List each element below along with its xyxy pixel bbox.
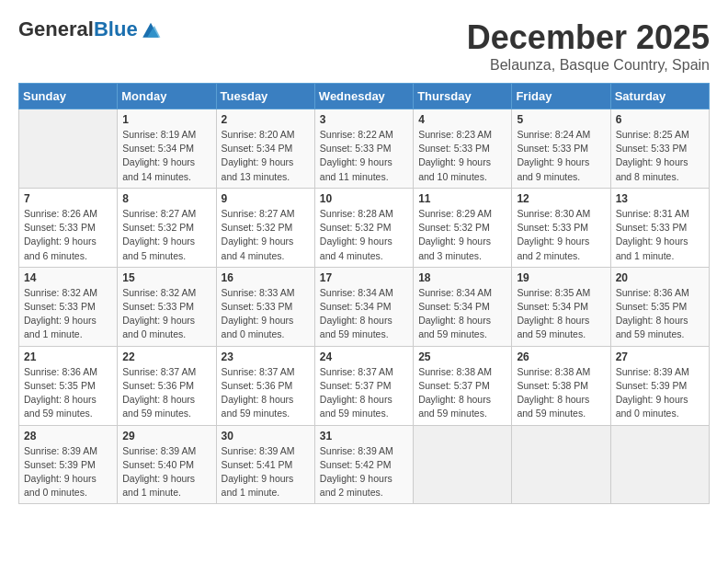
day-number: 14: [24, 271, 112, 284]
calendar-cell: 23Sunrise: 8:37 AMSunset: 5:36 PMDayligh…: [216, 346, 314, 425]
page-header: GeneralBlue December 2025 Belaunza, Basq…: [18, 18, 710, 74]
calendar-cell: 6Sunrise: 8:25 AMSunset: 5:33 PMDaylight…: [610, 109, 709, 189]
calendar-cell: 21Sunrise: 8:36 AMSunset: 5:35 PMDayligh…: [19, 346, 118, 425]
sun-info: Sunrise: 8:37 AMSunset: 5:36 PMDaylight:…: [222, 365, 310, 421]
sun-info: Sunrise: 8:39 AMSunset: 5:41 PMDaylight:…: [222, 444, 310, 500]
calendar-cell: 18Sunrise: 8:34 AMSunset: 5:34 PMDayligh…: [414, 267, 512, 346]
day-number: 5: [517, 113, 605, 126]
calendar-cell: 10Sunrise: 8:28 AMSunset: 5:32 PMDayligh…: [314, 188, 413, 267]
calendar-cell: 12Sunrise: 8:30 AMSunset: 5:33 PMDayligh…: [512, 188, 610, 267]
day-number: 4: [418, 113, 506, 126]
header-sunday: Sunday: [19, 84, 118, 109]
header-tuesday: Tuesday: [216, 84, 314, 109]
sun-info: Sunrise: 8:35 AMSunset: 5:34 PMDaylight:…: [517, 286, 605, 342]
calendar-cell: [610, 425, 709, 504]
calendar-cell: 3Sunrise: 8:22 AMSunset: 5:33 PMDaylight…: [314, 109, 413, 189]
calendar-cell: 7Sunrise: 8:26 AMSunset: 5:33 PMDaylight…: [19, 188, 118, 267]
sun-info: Sunrise: 8:33 AMSunset: 5:33 PMDaylight:…: [222, 286, 310, 342]
calendar-cell: [512, 425, 610, 504]
calendar-week-row: 28Sunrise: 8:39 AMSunset: 5:39 PMDayligh…: [19, 425, 710, 504]
sun-info: Sunrise: 8:34 AMSunset: 5:34 PMDaylight:…: [320, 286, 408, 342]
day-number: 25: [418, 350, 506, 363]
day-number: 16: [222, 271, 310, 284]
calendar-cell: 24Sunrise: 8:37 AMSunset: 5:37 PMDayligh…: [314, 346, 413, 425]
day-number: 2: [222, 113, 310, 126]
calendar-cell: 2Sunrise: 8:20 AMSunset: 5:34 PMDaylight…: [216, 109, 314, 189]
calendar-cell: 28Sunrise: 8:39 AMSunset: 5:39 PMDayligh…: [19, 425, 118, 504]
logo-blue-text: Blue: [94, 17, 138, 40]
sun-info: Sunrise: 8:39 AMSunset: 5:39 PMDaylight:…: [616, 365, 704, 421]
sun-info: Sunrise: 8:39 AMSunset: 5:39 PMDaylight:…: [24, 444, 112, 500]
day-number: 21: [24, 350, 112, 363]
calendar-cell: 19Sunrise: 8:35 AMSunset: 5:34 PMDayligh…: [512, 267, 610, 346]
sun-info: Sunrise: 8:38 AMSunset: 5:37 PMDaylight:…: [418, 365, 506, 421]
sun-info: Sunrise: 8:27 AMSunset: 5:32 PMDaylight:…: [122, 207, 210, 263]
calendar-cell: 26Sunrise: 8:38 AMSunset: 5:38 PMDayligh…: [512, 346, 610, 425]
header-monday: Monday: [118, 84, 216, 109]
day-number: 10: [320, 192, 408, 205]
calendar-table: SundayMondayTuesdayWednesdayThursdayFrid…: [18, 83, 710, 504]
calendar-week-row: 21Sunrise: 8:36 AMSunset: 5:35 PMDayligh…: [19, 346, 710, 425]
day-number: 11: [418, 192, 506, 205]
calendar-cell: 9Sunrise: 8:27 AMSunset: 5:32 PMDaylight…: [216, 188, 314, 267]
day-number: 24: [320, 350, 408, 363]
day-number: 23: [222, 350, 310, 363]
calendar-cell: 22Sunrise: 8:37 AMSunset: 5:36 PMDayligh…: [118, 346, 216, 425]
sun-info: Sunrise: 8:36 AMSunset: 5:35 PMDaylight:…: [616, 286, 704, 342]
sun-info: Sunrise: 8:24 AMSunset: 5:33 PMDaylight:…: [517, 128, 605, 184]
day-number: 28: [24, 430, 112, 442]
day-number: 13: [616, 192, 704, 205]
day-number: 18: [418, 271, 506, 284]
calendar-cell: 15Sunrise: 8:32 AMSunset: 5:33 PMDayligh…: [118, 267, 216, 346]
day-number: 12: [517, 192, 605, 205]
day-number: 6: [616, 113, 704, 126]
day-number: 26: [517, 350, 605, 363]
calendar-cell: 11Sunrise: 8:29 AMSunset: 5:32 PMDayligh…: [414, 188, 512, 267]
sun-info: Sunrise: 8:29 AMSunset: 5:32 PMDaylight:…: [418, 207, 506, 263]
header-thursday: Thursday: [414, 84, 512, 109]
sun-info: Sunrise: 8:34 AMSunset: 5:34 PMDaylight:…: [418, 286, 506, 342]
calendar-cell: [19, 109, 118, 189]
calendar-cell: 1Sunrise: 8:19 AMSunset: 5:34 PMDaylight…: [118, 109, 216, 189]
sun-info: Sunrise: 8:20 AMSunset: 5:34 PMDaylight:…: [222, 128, 310, 184]
calendar-cell: [414, 425, 512, 504]
header-friday: Friday: [512, 84, 610, 109]
logo: GeneralBlue: [18, 18, 162, 40]
day-number: 31: [320, 430, 408, 442]
sun-info: Sunrise: 8:27 AMSunset: 5:32 PMDaylight:…: [222, 207, 310, 263]
calendar-cell: 29Sunrise: 8:39 AMSunset: 5:40 PMDayligh…: [118, 425, 216, 504]
day-number: 19: [517, 271, 605, 284]
day-number: 7: [24, 192, 112, 205]
day-number: 9: [222, 192, 310, 205]
day-number: 30: [222, 430, 310, 442]
title-block: December 2025 Belaunza, Basque Country, …: [467, 18, 710, 74]
sun-info: Sunrise: 8:28 AMSunset: 5:32 PMDaylight:…: [320, 207, 408, 263]
calendar-cell: 20Sunrise: 8:36 AMSunset: 5:35 PMDayligh…: [610, 267, 709, 346]
sun-info: Sunrise: 8:23 AMSunset: 5:33 PMDaylight:…: [418, 128, 506, 184]
day-number: 8: [122, 192, 210, 205]
calendar-cell: 30Sunrise: 8:39 AMSunset: 5:41 PMDayligh…: [216, 425, 314, 504]
calendar-cell: 13Sunrise: 8:31 AMSunset: 5:33 PMDayligh…: [610, 188, 709, 267]
day-number: 29: [122, 430, 210, 442]
calendar-cell: 5Sunrise: 8:24 AMSunset: 5:33 PMDaylight…: [512, 109, 610, 189]
calendar-cell: 8Sunrise: 8:27 AMSunset: 5:32 PMDaylight…: [118, 188, 216, 267]
day-number: 3: [320, 113, 408, 126]
sun-info: Sunrise: 8:38 AMSunset: 5:38 PMDaylight:…: [517, 365, 605, 421]
calendar-cell: 17Sunrise: 8:34 AMSunset: 5:34 PMDayligh…: [314, 267, 413, 346]
header-wednesday: Wednesday: [314, 84, 413, 109]
sun-info: Sunrise: 8:31 AMSunset: 5:33 PMDaylight:…: [616, 207, 704, 263]
calendar-cell: 16Sunrise: 8:33 AMSunset: 5:33 PMDayligh…: [216, 267, 314, 346]
header-saturday: Saturday: [610, 84, 709, 109]
sun-info: Sunrise: 8:22 AMSunset: 5:33 PMDaylight:…: [320, 128, 408, 184]
calendar-cell: 31Sunrise: 8:39 AMSunset: 5:42 PMDayligh…: [314, 425, 413, 504]
sun-info: Sunrise: 8:39 AMSunset: 5:40 PMDaylight:…: [122, 444, 210, 500]
calendar-cell: 4Sunrise: 8:23 AMSunset: 5:33 PMDaylight…: [414, 109, 512, 189]
day-number: 22: [122, 350, 210, 363]
day-number: 17: [320, 271, 408, 284]
calendar-week-row: 7Sunrise: 8:26 AMSunset: 5:33 PMDaylight…: [19, 188, 710, 267]
day-number: 20: [616, 271, 704, 284]
sun-info: Sunrise: 8:30 AMSunset: 5:33 PMDaylight:…: [517, 207, 605, 263]
calendar-cell: 25Sunrise: 8:38 AMSunset: 5:37 PMDayligh…: [414, 346, 512, 425]
sun-info: Sunrise: 8:19 AMSunset: 5:34 PMDaylight:…: [122, 128, 210, 184]
sun-info: Sunrise: 8:37 AMSunset: 5:36 PMDaylight:…: [122, 365, 210, 421]
